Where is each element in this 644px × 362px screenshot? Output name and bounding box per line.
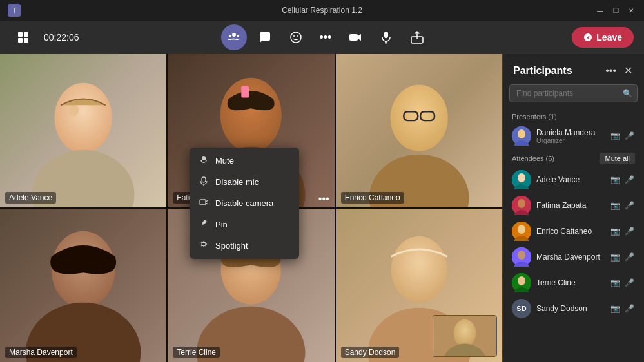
svg-point-32 xyxy=(202,242,206,246)
svg-point-34 xyxy=(518,129,525,138)
mic-icon-daniela[interactable]: 🎤 xyxy=(623,131,635,140)
svg-rect-2 xyxy=(18,38,23,43)
video-label-marsha: Marsha Davenport xyxy=(5,347,77,358)
avatar-sandy: SD xyxy=(512,299,531,318)
mic-icon-enrico[interactable]: 🎤 xyxy=(623,227,635,236)
search-input[interactable] xyxy=(509,84,638,102)
svg-rect-1 xyxy=(24,32,28,37)
svg-rect-31 xyxy=(200,200,206,205)
video-grid: Adele Vance Fatima Zapata ••• En xyxy=(0,54,502,362)
participant-controls-marsha: 📷 🎤 xyxy=(609,252,635,262)
fatima-more-button[interactable]: ••• xyxy=(318,193,329,205)
camera-icon-marsha[interactable]: 📷 xyxy=(609,252,621,262)
participant-row-adele[interactable]: Adele Vance 📷 🎤 xyxy=(507,167,640,193)
camera-icon-adele[interactable]: 📷 xyxy=(609,175,621,184)
participant-controls-daniela: 📷 🎤 xyxy=(609,131,635,140)
menu-label-mute: Mute xyxy=(215,156,234,166)
svg-point-40 xyxy=(518,199,525,208)
disable-camera-icon xyxy=(199,198,209,209)
participant-controls-enrico: 📷 🎤 xyxy=(609,227,635,236)
leave-button[interactable]: Leave xyxy=(572,27,634,48)
mute-all-button[interactable]: Mute all xyxy=(600,153,635,164)
app-icon: T xyxy=(8,4,21,17)
panel-close-button[interactable]: ✕ xyxy=(623,63,634,78)
camera-icon-fatima[interactable]: 📷 xyxy=(609,201,621,210)
participant-name-enrico: Enrico Cattaneo xyxy=(536,227,604,236)
video-label-adele: Adele Vance xyxy=(5,192,56,204)
people-button[interactable] xyxy=(221,24,247,50)
panel-title: Participants xyxy=(513,65,572,77)
menu-item-disable-mic[interactable]: Disable mic xyxy=(190,171,299,193)
video-cell-marsha: Marsha Davenport xyxy=(0,209,166,362)
menu-item-mute[interactable]: Mute xyxy=(190,150,299,171)
participant-name-fatima: Fatima Zapata xyxy=(536,201,604,210)
svg-point-13 xyxy=(68,104,79,116)
video-label-sandy: Sandy Dodson xyxy=(341,347,400,358)
video-cell-enrico: Enrico Cattaneo xyxy=(336,54,502,207)
participant-controls-sandy: 📷 🎤 xyxy=(609,304,635,313)
participant-row-fatima[interactable]: Fatima Zapata 📷 🎤 xyxy=(507,193,640,218)
self-view xyxy=(433,315,497,357)
avatar-terrie xyxy=(512,273,531,292)
participant-row-marsha[interactable]: Marsha Davenport 📷 🎤 xyxy=(507,244,640,270)
mic-icon-marsha[interactable]: 🎤 xyxy=(623,252,635,262)
svg-point-6 xyxy=(297,35,298,37)
call-timer: 00:22:06 xyxy=(44,32,79,43)
svg-rect-7 xyxy=(349,34,358,41)
panel-more-button[interactable]: ••• xyxy=(604,64,618,78)
participant-name-marsha: Marsha Davenport xyxy=(536,252,604,262)
svg-point-37 xyxy=(518,173,525,182)
mic-icon-fatima[interactable]: 🎤 xyxy=(623,201,635,210)
avatar-enrico xyxy=(512,222,531,241)
participant-row-sandy[interactable]: SD Sandy Dodson 📷 🎤 xyxy=(507,296,640,321)
camera-icon-sandy[interactable]: 📷 xyxy=(609,304,621,313)
svg-point-25 xyxy=(391,236,447,303)
reactions-button[interactable] xyxy=(283,24,309,50)
share-button[interactable] xyxy=(404,24,430,50)
svg-point-11 xyxy=(55,83,112,153)
menu-item-spotlight[interactable]: Spotlight xyxy=(190,235,299,256)
svg-point-17 xyxy=(390,85,447,151)
menu-item-pin[interactable]: Pin xyxy=(190,214,299,235)
toolbar: 00:22:06 ••• Leave xyxy=(0,21,644,54)
search-box: 🔍 xyxy=(509,84,638,102)
svg-point-14 xyxy=(220,78,282,152)
participant-name-daniela: Daniela Mandera xyxy=(536,128,604,137)
mic-icon-terrie[interactable]: 🎤 xyxy=(623,278,635,287)
participant-list: Presenters (1) Daniela Mandera Organizer… xyxy=(503,109,644,362)
avatar-daniela xyxy=(512,126,531,146)
participant-controls-terrie: 📷 🎤 xyxy=(609,278,635,287)
camera-icon-daniela[interactable]: 📷 xyxy=(609,131,621,140)
svg-rect-8 xyxy=(384,32,388,38)
participant-row-daniela[interactable]: Daniela Mandera Organizer 📷 🎤 xyxy=(507,123,640,149)
participant-info-fatima: Fatima Zapata xyxy=(536,201,604,210)
more-options-button[interactable]: ••• xyxy=(314,26,337,49)
participant-name-adele: Adele Vance xyxy=(536,175,604,184)
window-title: Cellular Respiration 1.2 xyxy=(282,6,362,15)
participant-info-enrico: Enrico Cattaneo xyxy=(536,227,604,236)
close-button[interactable]: ✕ xyxy=(626,5,636,15)
menu-item-disable-camera[interactable]: Disable camera xyxy=(190,193,299,214)
svg-rect-16 xyxy=(242,86,249,98)
svg-point-4 xyxy=(291,32,301,43)
participant-row-enrico[interactable]: Enrico Cattaneo 📷 🎤 xyxy=(507,218,640,244)
camera-icon-enrico[interactable]: 📷 xyxy=(609,227,621,236)
svg-point-49 xyxy=(518,276,525,285)
mic-icon-sandy[interactable]: 🎤 xyxy=(623,304,635,313)
chat-button[interactable] xyxy=(252,24,278,50)
avatar-fatima xyxy=(512,196,531,215)
participant-row-terrie[interactable]: Terrie Cline 📷 🎤 xyxy=(507,270,640,296)
mic-button[interactable] xyxy=(373,24,399,50)
mic-icon-adele[interactable]: 🎤 xyxy=(623,175,635,184)
grid-view-button[interactable] xyxy=(10,24,36,50)
minimize-button[interactable]: — xyxy=(595,5,605,15)
camera-icon-terrie[interactable]: 📷 xyxy=(609,278,621,287)
maximize-button[interactable]: ❐ xyxy=(610,5,621,15)
video-label-terrie: Terrie Cline xyxy=(173,347,220,358)
participant-info-marsha: Marsha Davenport xyxy=(536,252,604,262)
svg-point-46 xyxy=(518,251,525,260)
pin-icon xyxy=(199,219,209,230)
participant-info-daniela: Daniela Mandera Organizer xyxy=(536,128,604,144)
camera-button[interactable] xyxy=(342,24,368,50)
participant-controls-adele: 📷 🎤 xyxy=(609,175,635,184)
